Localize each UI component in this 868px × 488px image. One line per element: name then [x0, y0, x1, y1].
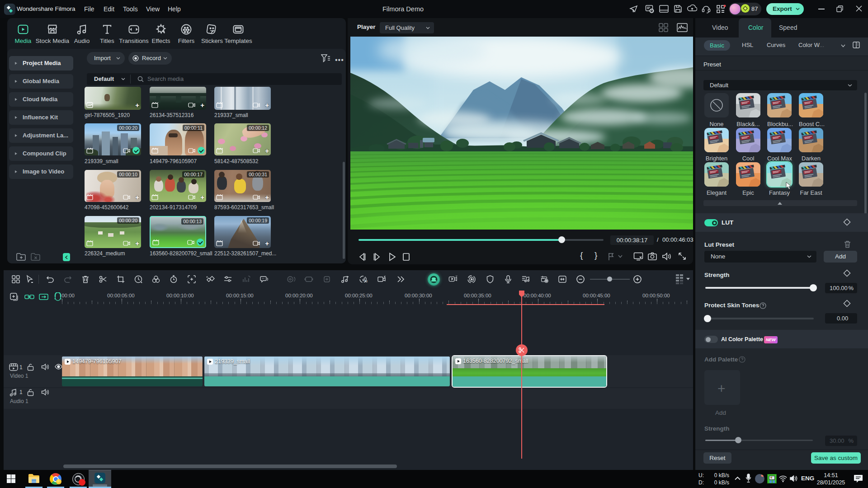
- svg-text:AI: AI: [364, 280, 368, 283]
